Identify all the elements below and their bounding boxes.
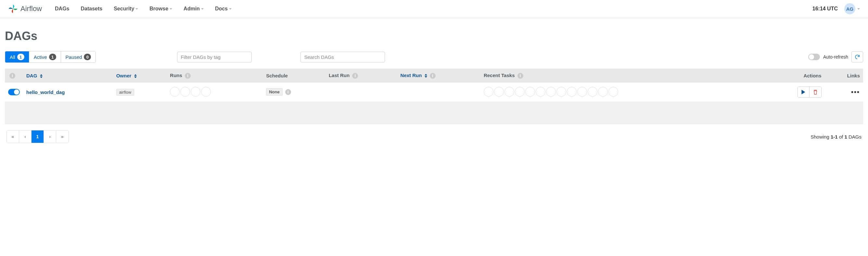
info-icon[interactable]: i <box>285 89 291 95</box>
table-spacer <box>5 102 863 124</box>
owner-badge[interactable]: airflow <box>116 89 134 96</box>
refresh-icon <box>855 54 860 60</box>
nav-items: DAGs Datasets Security Browse Admin Docs <box>55 6 231 12</box>
filter-paused-button[interactable]: Paused 0 <box>61 51 96 62</box>
info-icon[interactable]: i <box>518 73 523 79</box>
page-first-button[interactable]: « <box>7 131 19 143</box>
last-run-cell <box>326 83 397 102</box>
nav-right: 16:14 UTC AG <box>812 3 860 14</box>
page-last-button[interactable]: » <box>56 131 68 143</box>
filter-active-button[interactable]: Active 1 <box>29 51 61 62</box>
play-icon <box>801 90 806 94</box>
sort-icon <box>134 74 137 78</box>
dags-table: i DAG Owner Runs i Schedule Last Run i <box>5 68 863 124</box>
refresh-button[interactable] <box>851 51 863 62</box>
col-next-run[interactable]: Next Run i <box>397 68 480 83</box>
table-row: hello_world_dag airflow None i <box>5 83 863 102</box>
result-summary: Showing 1-1 of 1 DAGs <box>810 134 862 140</box>
trigger-dag-button[interactable] <box>798 87 809 97</box>
nav-datasets[interactable]: Datasets <box>81 6 102 12</box>
col-schedule: Schedule <box>263 68 326 83</box>
page-prev-button[interactable]: ‹ <box>19 131 32 143</box>
run-status-circles[interactable] <box>170 87 212 96</box>
next-run-cell <box>397 83 480 102</box>
pinwheel-icon <box>8 4 18 14</box>
filter-paused-count: 0 <box>84 54 91 60</box>
main-content: DAGs All 1 Active 1 Paused 0 Auto-refres… <box>0 18 868 150</box>
navbar: Airflow DAGs Datasets Security Browse Ad… <box>0 0 868 18</box>
filter-tags-input[interactable] <box>177 52 252 62</box>
user-menu[interactable]: AG <box>844 3 860 14</box>
chevron-down-icon <box>229 8 231 10</box>
filter-all-button[interactable]: All 1 <box>5 51 29 62</box>
sort-icon <box>40 74 42 78</box>
page-next-button[interactable]: › <box>44 131 56 143</box>
clock[interactable]: 16:14 UTC <box>812 6 838 12</box>
more-links-button[interactable]: ••• <box>851 88 860 96</box>
brand-text: Airflow <box>21 5 42 13</box>
nav-dags[interactable]: DAGs <box>55 6 69 12</box>
col-runs: Runs i <box>167 68 263 83</box>
nav-admin[interactable]: Admin <box>184 6 204 12</box>
chevron-down-icon <box>201 8 204 10</box>
chevron-down-icon <box>857 8 860 10</box>
col-owner[interactable]: Owner <box>113 68 167 83</box>
col-dag[interactable]: DAG <box>23 68 113 83</box>
page-title: DAGs <box>5 29 863 43</box>
filter-row: All 1 Active 1 Paused 0 Auto-refresh <box>5 51 863 63</box>
pagination: « ‹ 1 › » <box>6 130 69 143</box>
nav-docs[interactable]: Docs <box>215 6 231 12</box>
avatar: AG <box>844 3 855 14</box>
auto-refresh-label: Auto-refresh <box>823 54 848 59</box>
schedule-badge[interactable]: None <box>266 88 283 96</box>
dag-name-link[interactable]: hello_world_dag <box>26 89 65 95</box>
filter-active-count: 1 <box>49 54 56 60</box>
info-icon[interactable]: i <box>430 73 436 79</box>
page-current[interactable]: 1 <box>32 131 44 143</box>
nav-browse[interactable]: Browse <box>149 6 172 12</box>
info-icon[interactable]: i <box>185 73 191 79</box>
status-filter-group: All 1 Active 1 Paused 0 <box>5 51 96 63</box>
delete-dag-button[interactable] <box>809 87 821 97</box>
dag-enable-toggle[interactable] <box>8 89 20 95</box>
chevron-down-icon <box>135 8 138 10</box>
action-buttons <box>798 87 822 97</box>
auto-refresh-toggle[interactable] <box>808 54 820 60</box>
search-dags-input[interactable] <box>301 52 385 62</box>
col-last-run: Last Run i <box>326 68 397 83</box>
table-footer: « ‹ 1 › » Showing 1-1 of 1 DAGs <box>5 130 863 143</box>
col-actions: Actions <box>764 68 825 83</box>
brand-logo[interactable]: Airflow <box>8 4 42 14</box>
col-links: Links <box>825 68 863 83</box>
task-status-circles[interactable] <box>484 87 619 96</box>
info-icon[interactable]: i <box>352 73 358 79</box>
sort-icon <box>425 74 427 78</box>
nav-security[interactable]: Security <box>114 6 138 12</box>
chevron-down-icon <box>169 8 172 10</box>
auto-refresh-group: Auto-refresh <box>808 51 863 62</box>
trash-icon <box>813 89 818 95</box>
info-icon[interactable]: i <box>9 73 15 79</box>
col-recent-tasks: Recent Tasks i <box>480 68 764 83</box>
filter-all-count: 1 <box>17 54 24 60</box>
